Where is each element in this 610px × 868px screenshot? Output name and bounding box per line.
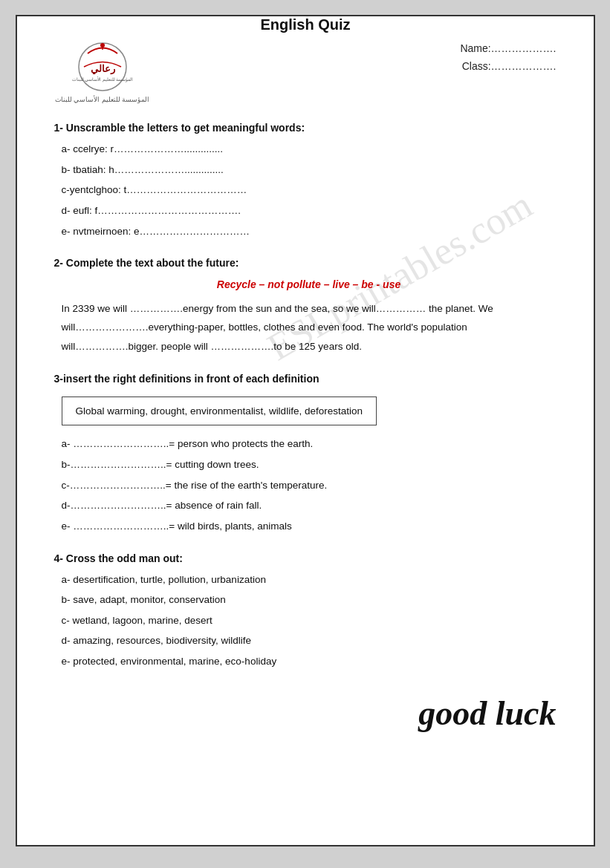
list-item: b- save, adapt, monitor, conservation — [62, 590, 557, 610]
svg-text:المؤسسة للتعليم الأساسي للبنات: المؤسسة للتعليم الأساسي للبنات — [71, 76, 133, 82]
section-1-title: 1- Unscramble the letters to get meaning… — [54, 122, 557, 134]
logo-area: رعالي المؤسسة للتعليم الأساسي للبنات الم… — [54, 39, 151, 103]
list-item: c- wetland, lagoon, marine, desert — [62, 611, 557, 630]
list-item: d- eufl: f……………………………………. — [62, 201, 557, 221]
list-item: a- ccelrye: r………………….............. — [62, 140, 557, 159]
logo-icon: رعالي المؤسسة للتعليم الأساسي للبنات — [65, 39, 140, 94]
section-3-title: 3-insert the right definitions in front … — [54, 373, 557, 385]
list-item: d-………………………..= absence of rain fall. — [62, 496, 557, 515]
section-1-body: a- ccelrye: r………………….............. b- tb… — [54, 140, 557, 241]
list-item: e- protected, environmental, marine, eco… — [62, 652, 557, 671]
section-3-body: Global warming, drought, environmentalis… — [54, 391, 557, 536]
section-4-body: a- desertification, turtle, pollution, u… — [54, 570, 557, 671]
logo-subtitle: المؤسسة للتعليم الأساسي للبنات — [55, 96, 150, 103]
quiz-title: English Quiz — [260, 16, 350, 33]
list-item: b- tbatiah: h………………….............. — [62, 160, 557, 180]
quiz-content: 1- Unscramble the letters to get meaning… — [54, 122, 557, 733]
svg-text:رعالي: رعالي — [90, 63, 115, 75]
section-4: 4- Cross the odd man out: a- desertifica… — [54, 552, 557, 671]
good-luck-text: good luck — [54, 694, 557, 733]
section-2-title: 2- Complete the text about the future: — [54, 257, 557, 269]
section-3: 3-insert the right definitions in front … — [54, 373, 557, 536]
word-bank-red: Recycle – not pollute – live – be - use — [62, 275, 557, 295]
title-area: English Quiz — [260, 16, 350, 33]
list-item: a- desertification, turtle, pollution, u… — [62, 570, 557, 590]
list-item: c-yentclghoo: t……………………………… — [62, 180, 557, 200]
quiz-page: رعالي المؤسسة للتعليم الأساسي للبنات الم… — [16, 15, 595, 846]
class-field: Class:………………. — [462, 60, 557, 72]
section-4-title: 4- Cross the odd man out: — [54, 552, 557, 564]
header: رعالي المؤسسة للتعليم الأساسي للبنات الم… — [54, 39, 557, 103]
list-item: d- amazing, resources, biodiversity, wil… — [62, 631, 557, 650]
section-2: 2- Complete the text about the future: R… — [54, 257, 557, 356]
list-item: c-………………………..= the rise of the earth's t… — [62, 476, 557, 495]
list-item: b-………………………..= cutting down trees. — [62, 455, 557, 474]
section-2-body: Recycle – not pollute – live – be - use … — [54, 275, 557, 356]
words-box: Global warming, drought, environmentalis… — [62, 397, 377, 426]
paragraph-text: In 2339 we will …………….energy from the su… — [62, 299, 557, 356]
list-item: e- nvtmeirnoen: e…………………………… — [62, 222, 557, 241]
name-field: Name:………………. — [460, 42, 556, 54]
list-item: a- ………………………..= person who protects the … — [62, 434, 557, 454]
list-item: e- ………………………..= wild birds, plants, anim… — [62, 517, 557, 536]
section-1: 1- Unscramble the letters to get meaning… — [54, 122, 557, 241]
header-fields: Name:………………. Class:………………. — [460, 39, 556, 72]
